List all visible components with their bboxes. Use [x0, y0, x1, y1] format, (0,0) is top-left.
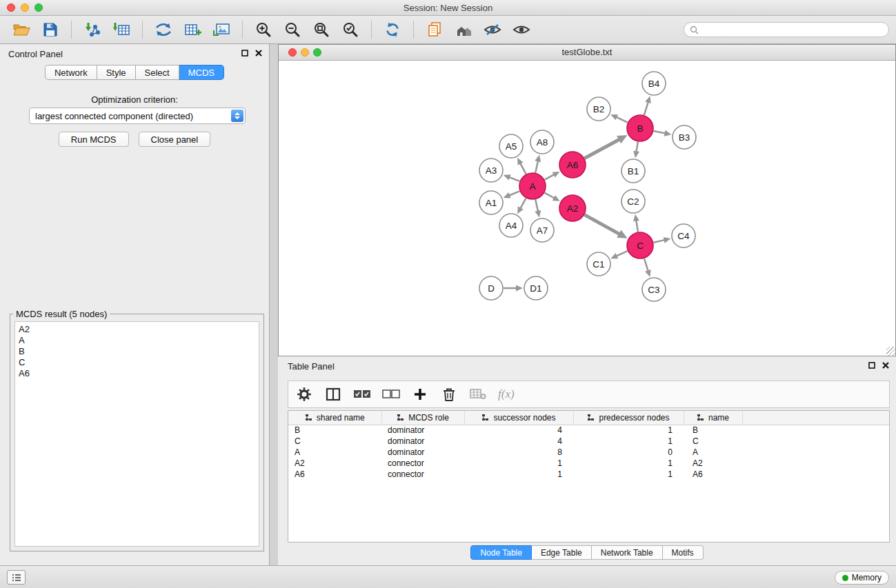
graph-node-A5[interactable]: A5 [499, 134, 523, 158]
graph-node-A1[interactable]: A1 [479, 191, 503, 214]
graph-edge-C-C3[interactable] [644, 258, 648, 272]
result-item[interactable]: A [19, 335, 255, 346]
graph-node-D1[interactable]: D1 [524, 276, 548, 300]
column-header-shared-name[interactable]: shared name [288, 411, 381, 425]
optimization-criterion-select[interactable]: largest connected component (directed) [29, 108, 246, 124]
graph-node-B3[interactable]: B3 [673, 125, 696, 149]
result-item[interactable]: B [19, 346, 255, 357]
graph-node-D[interactable]: D [479, 276, 503, 300]
zoom-in-button[interactable] [249, 18, 278, 41]
zoom-selected-button[interactable] [336, 18, 365, 41]
graph-node-A2[interactable]: A2 [559, 195, 586, 221]
deselect-all-button[interactable] [382, 385, 400, 404]
tab-motifs[interactable]: Motifs [663, 545, 704, 560]
graph-node-B1[interactable]: B1 [621, 159, 645, 183]
select-all-button[interactable] [353, 385, 371, 404]
graph-edge-A-A8[interactable] [535, 160, 538, 172]
tab-network[interactable]: Network [45, 65, 97, 80]
graph-edge-A-A5[interactable] [520, 163, 526, 174]
result-item[interactable]: A6 [19, 368, 255, 379]
graph-edge-A-A3[interactable] [508, 177, 519, 181]
table-row[interactable]: A2connector11A2 [288, 458, 889, 469]
save-session-button[interactable] [36, 18, 65, 41]
float-panel-icon[interactable] [241, 50, 248, 57]
graph-node-C4[interactable]: C4 [672, 224, 695, 247]
column-header-predecessor-nodes[interactable]: predecessor nodes [573, 411, 684, 425]
graph-node-C[interactable]: C [627, 232, 653, 258]
mcds-result-list[interactable]: A2ABCA6 [14, 321, 259, 547]
graph-node-A4[interactable]: A4 [499, 214, 523, 237]
graph-edge-A2-C[interactable] [585, 215, 621, 234]
column-header-successor-nodes[interactable]: successor nodes [464, 411, 573, 425]
graph-edge-B-B3[interactable] [654, 131, 666, 134]
column-header-name[interactable]: name [684, 411, 742, 425]
new-table-button[interactable] [178, 18, 207, 41]
show-columns-button[interactable] [324, 385, 342, 404]
home-button[interactable] [449, 18, 478, 41]
session-docs-button[interactable] [420, 18, 449, 41]
graph-edge-B-B1[interactable] [636, 142, 638, 153]
tab-edge-table[interactable]: Edge Table [532, 545, 592, 560]
tab-node-table[interactable]: Node Table [470, 545, 532, 560]
graph-edge-C-C1[interactable] [616, 251, 628, 256]
network-window-titlebar[interactable]: testGlobe.txt [279, 45, 895, 61]
result-item[interactable]: A2 [19, 324, 255, 335]
import-table-button[interactable] [107, 18, 136, 41]
graph-node-B4[interactable]: B4 [642, 72, 666, 95]
graph-edge-B-B2[interactable] [615, 116, 627, 122]
result-item[interactable]: C [19, 357, 255, 368]
table-row[interactable]: Adominator80A [288, 447, 889, 458]
graph-node-B[interactable]: B [627, 115, 653, 141]
tab-network-table[interactable]: Network Table [592, 545, 663, 560]
graph-edge-A-A7[interactable] [535, 200, 538, 212]
graph-node-A7[interactable]: A7 [530, 219, 554, 242]
resize-grip[interactable] [886, 347, 895, 356]
graph-node-A3[interactable]: A3 [479, 159, 503, 182]
graph-node-B2[interactable]: B2 [587, 97, 610, 121]
memory-button[interactable]: Memory [835, 571, 889, 585]
new-network-button[interactable] [149, 18, 178, 41]
node-table[interactable]: shared name MCDS role [288, 410, 890, 543]
export-image-button[interactable] [207, 18, 236, 41]
close-panel-icon[interactable] [255, 50, 262, 57]
tab-select[interactable]: Select [136, 65, 179, 80]
graph-edge-C-C2[interactable] [636, 220, 638, 232]
graph-edge-A-A4[interactable] [520, 199, 526, 210]
import-network-button[interactable] [78, 18, 107, 41]
float-table-panel-icon[interactable] [868, 362, 875, 369]
zoom-fit-button[interactable] [307, 18, 336, 41]
network-zoom-button[interactable] [313, 48, 321, 57]
graph-node-C1[interactable]: C1 [587, 252, 610, 276]
table-row[interactable]: Cdominator41C [288, 436, 889, 447]
close-panel-button[interactable]: Close panel [139, 132, 211, 147]
tab-mcds[interactable]: MCDS [179, 65, 224, 80]
run-mcds-button[interactable]: Run MCDS [59, 132, 129, 147]
graph-edge-B-B4[interactable] [644, 101, 648, 115]
graph-node-C3[interactable]: C3 [642, 278, 666, 301]
network-graph[interactable]: B4B2BB3A8A5A6B1A3AC2A1A2A4A7C4CC1C3DD1 [279, 61, 895, 356]
search-box[interactable] [684, 22, 889, 37]
delete-table-button[interactable] [469, 385, 487, 404]
table-row[interactable]: A6connector11A6 [288, 469, 889, 480]
network-close-button[interactable] [288, 48, 297, 57]
graph-edge-A-A6[interactable] [545, 174, 555, 180]
table-row[interactable]: Bdominator41B [288, 425, 889, 436]
column-header-mcds-role[interactable]: MCDS role [381, 411, 464, 425]
close-table-panel-icon[interactable] [882, 362, 889, 369]
graph-node-A[interactable]: A [519, 173, 546, 199]
network-minimize-button[interactable] [301, 48, 309, 57]
tab-style[interactable]: Style [97, 65, 136, 80]
add-column-button[interactable] [411, 385, 429, 404]
delete-column-button[interactable] [440, 385, 458, 404]
table-settings-button[interactable] [295, 385, 313, 404]
network-canvas[interactable]: B4B2BB3A8A5A6B1A3AC2A1A2A4A7C4CC1C3DD1 [279, 61, 895, 356]
search-input[interactable] [702, 25, 883, 34]
graph-node-A8[interactable]: A8 [530, 130, 554, 154]
graph-edge-A-A1[interactable] [508, 191, 519, 196]
graph-node-A6[interactable]: A6 [559, 152, 586, 178]
graph-edge-A6-B[interactable] [585, 139, 620, 159]
function-builder-button[interactable]: f(x) [498, 385, 515, 404]
show-details-button[interactable] [507, 18, 536, 41]
open-file-button[interactable] [7, 18, 36, 41]
zoom-out-button[interactable] [278, 18, 307, 41]
